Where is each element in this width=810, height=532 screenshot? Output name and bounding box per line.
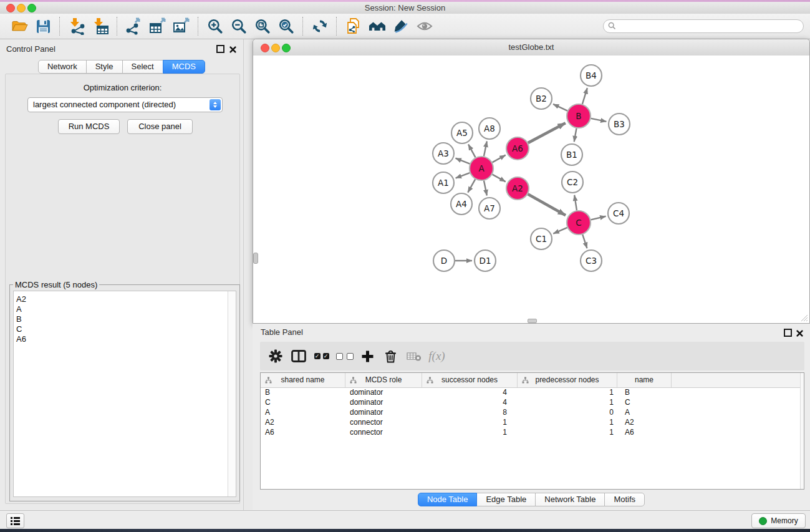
new-network-from-selection-button[interactable] [342,16,365,37]
table-cell[interactable]: 8 [422,408,518,418]
graph-edge[interactable] [574,195,577,210]
table-cell[interactable]: dominator [345,388,422,398]
table-cell[interactable]: A6 [617,428,672,438]
table-cell[interactable]: connector [345,418,422,428]
network-canvas[interactable]: B4B2BB3B1A5A8A3A6AA1A4A7A2C2CC4C1C3DD1 [253,56,809,323]
graph-edge[interactable] [553,104,567,111]
close-panel-button[interactable]: Close panel [127,119,193,134]
graph-edge[interactable] [591,216,605,220]
select-all-button[interactable]: ✓✓ [310,344,333,369]
import-table-button[interactable] [89,16,112,37]
zoom-selected-button[interactable] [274,16,298,37]
delete-table-button[interactable] [402,344,425,369]
column-header-successor-nodes[interactable]: successor nodes [422,373,518,387]
table-options-button[interactable] [264,344,287,369]
graph-edge[interactable] [591,118,607,122]
table-cell[interactable]: 1 [518,388,617,398]
table-cell[interactable]: B [261,388,345,398]
tab-node-table[interactable]: Node Table [418,493,478,506]
delete-column-button[interactable] [379,344,402,369]
show-column-panel-button[interactable] [287,344,310,369]
table-cell[interactable]: C [617,398,672,408]
memory-button[interactable]: Memory [751,513,806,528]
mcds-result-item[interactable]: C [14,324,228,334]
graph-edge[interactable] [456,158,470,164]
table-cell[interactable]: 1 [518,418,617,428]
table-cell[interactable]: A2 [261,418,345,428]
table-cell[interactable]: C [261,398,345,408]
graph-edge[interactable] [582,235,587,248]
network-vertical-scrollbar-thumb[interactable] [253,253,258,264]
table-cell[interactable]: 4 [422,388,518,398]
table-cell[interactable]: B [617,388,672,398]
network-graph[interactable]: B4B2BB3B1A5A8A3A6AA1A4A7A2C2CC4C1C3DD1 [253,56,809,323]
graph-edge[interactable] [574,128,577,142]
table-cell[interactable]: 4 [422,398,518,408]
mcds-result-item[interactable]: B [14,314,228,324]
column-header-predecessor-nodes[interactable]: predecessor nodes [518,373,617,387]
tab-select[interactable]: Select [122,60,163,74]
graph-edge[interactable] [468,179,475,192]
show-panels-button[interactable] [6,513,24,528]
add-column-button[interactable] [356,344,379,369]
table-cell[interactable]: 1 [422,418,518,428]
table-row[interactable]: Cdominator41C [261,398,804,408]
table-cell[interactable]: A2 [617,418,672,428]
table-cell[interactable]: A6 [261,428,345,438]
float-table-panel-button[interactable] [784,329,792,337]
close-panel-icon-button[interactable] [229,44,236,56]
table-cell[interactable]: dominator [345,408,422,418]
table-row[interactable]: A2connector11A2 [261,418,804,428]
graph-edge[interactable] [528,123,566,143]
table-cell[interactable]: 1 [518,398,617,408]
resize-grip-icon[interactable] [801,314,808,322]
export-network-button[interactable] [122,16,146,37]
network-horizontal-scrollbar-thumb[interactable] [528,319,537,323]
tab-network-table[interactable]: Network Table [535,493,605,506]
search-input[interactable] [603,19,804,33]
criterion-select[interactable]: largest connected component (directed) [27,97,223,112]
graph-edge[interactable] [484,142,487,157]
table-cell[interactable]: 1 [422,428,518,438]
graph-edge[interactable] [493,175,506,182]
tab-mcds[interactable]: MCDS [163,60,205,74]
import-network-button[interactable] [65,16,89,37]
export-image-button[interactable] [170,16,193,37]
graph-edge[interactable] [582,88,587,104]
run-mcds-button[interactable]: Run MCDS [58,119,120,134]
close-table-panel-button[interactable] [796,328,803,339]
nested-networks-home-button[interactable] [365,16,389,37]
open-session-button[interactable] [7,16,31,37]
table-cell[interactable]: 0 [518,408,617,418]
graph-edge[interactable] [468,144,475,157]
function-builder-button[interactable]: f(x) [425,344,448,369]
tab-edge-table[interactable]: Edge Table [476,493,536,506]
graph-edge[interactable] [484,181,487,196]
table-cell[interactable]: connector [345,428,422,438]
graph-edge[interactable] [456,173,470,178]
refresh-button[interactable] [308,16,332,37]
table-cell[interactable]: 1 [518,428,617,438]
graph-edge[interactable] [493,155,506,163]
column-header-mcds-role[interactable]: MCDS role [345,373,422,387]
zoom-in-button[interactable] [203,16,227,37]
column-header-name[interactable]: name [617,373,672,387]
deselect-all-button[interactable] [333,344,356,369]
export-table-button[interactable] [146,16,170,37]
mcds-result-list[interactable]: A2ABCA6 [13,291,236,497]
column-header-shared-name[interactable]: shared name [261,373,345,387]
tab-motifs[interactable]: Motifs [604,493,645,506]
mcds-scrollbar-track[interactable] [228,291,236,496]
table-row[interactable]: Adominator80A [261,408,804,418]
table-row[interactable]: A6connector11A6 [261,428,804,438]
tab-style[interactable]: Style [86,60,123,74]
graph-edge[interactable] [553,228,567,234]
mcds-result-item[interactable]: A2 [14,294,228,304]
zoom-out-button[interactable] [227,16,251,37]
table-row[interactable]: Bdominator41B [261,388,804,398]
graph-edge[interactable] [528,194,566,215]
apply-style-button[interactable] [389,16,413,37]
float-panel-button[interactable] [216,45,224,53]
tab-network[interactable]: Network [38,60,87,74]
save-session-button[interactable] [31,16,55,37]
